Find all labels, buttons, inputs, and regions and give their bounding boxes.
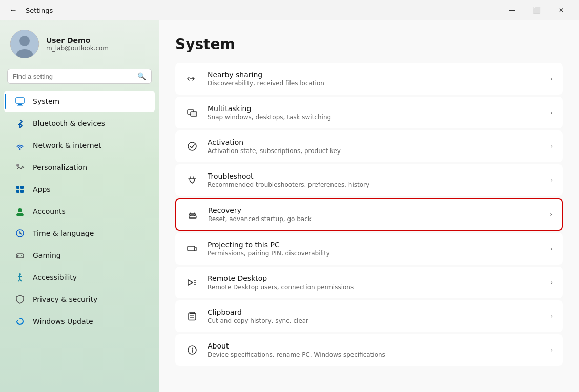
troubleshoot-desc: Recommended troubleshooters, preferences…	[208, 181, 542, 188]
about-icon	[185, 343, 199, 357]
gaming-icon	[14, 250, 26, 261]
close-button[interactable]: ✕	[549, 3, 573, 18]
sidebar-item-update[interactable]: Windows Update	[4, 311, 155, 332]
sidebar: User Demo m_lab@outlook.com 🔍 System Blu…	[0, 20, 159, 392]
window-title: Settings	[26, 7, 53, 14]
svg-point-13	[16, 213, 24, 216]
settings-item-projecting[interactable]: Projecting to this PC Permissions, pairi…	[175, 233, 563, 265]
settings-item-troubleshoot[interactable]: Troubleshoot Recommended troubleshooters…	[175, 164, 563, 196]
settings-item-recovery[interactable]: Recovery Reset, advanced startup, go bac…	[175, 198, 563, 231]
search-box[interactable]: 🔍	[7, 69, 152, 84]
svg-rect-30	[195, 248, 197, 250]
network-icon	[14, 140, 26, 151]
sidebar-item-gaming[interactable]: Gaming	[4, 245, 155, 266]
svg-point-19	[19, 273, 21, 275]
svg-rect-9	[20, 186, 24, 189]
svg-rect-5	[17, 105, 23, 106]
sidebar-item-network[interactable]: Network & internet	[4, 135, 155, 156]
svg-rect-10	[16, 190, 19, 193]
nearby-sharing-chevron: ›	[550, 75, 553, 82]
recovery-icon	[185, 207, 200, 222]
main-content: System Nearby sharing Discoverability, r…	[159, 20, 579, 392]
update-icon	[14, 316, 26, 327]
system-icon	[14, 96, 26, 107]
multitasking-desc: Snap windows, desktops, task switching	[208, 114, 542, 121]
svg-point-6	[19, 148, 21, 150]
maximize-button[interactable]: ⬜	[525, 3, 548, 18]
user-info: User Demo m_lab@outlook.com	[46, 36, 109, 52]
sidebar-item-privacy[interactable]: Privacy & security	[4, 289, 155, 310]
activation-icon	[185, 139, 199, 154]
sidebar-nav: System Bluetooth & devices Network & int…	[0, 90, 159, 333]
about-chevron: ›	[550, 346, 553, 354]
back-button[interactable]: ←	[6, 3, 20, 17]
troubleshoot-title: Troubleshoot	[208, 172, 542, 180]
recovery-title: Recovery	[208, 206, 542, 214]
svg-point-40	[192, 348, 193, 349]
accounts-icon	[14, 206, 26, 217]
recovery-chevron: ›	[550, 211, 552, 218]
accessibility-icon	[14, 272, 26, 283]
sidebar-item-label: Time & language	[33, 229, 94, 237]
sidebar-item-bluetooth[interactable]: Bluetooth & devices	[4, 113, 155, 134]
avatar	[10, 30, 39, 58]
bluetooth-icon	[14, 118, 26, 129]
clipboard-chevron: ›	[550, 313, 553, 320]
svg-point-18	[21, 255, 22, 256]
svg-marker-24	[17, 319, 19, 321]
time-icon	[14, 228, 26, 239]
sidebar-item-label: Windows Update	[33, 317, 93, 325]
svg-rect-35	[189, 313, 196, 320]
sidebar-item-label: Accounts	[33, 207, 66, 215]
projecting-title: Projecting to this PC	[208, 241, 542, 249]
troubleshoot-icon	[185, 173, 199, 187]
svg-rect-28	[189, 216, 196, 218]
remote-desktop-chevron: ›	[550, 279, 553, 286]
settings-item-activation[interactable]: Activation Activation state, subscriptio…	[175, 130, 563, 162]
page-title: System	[175, 36, 563, 53]
settings-item-nearby-sharing[interactable]: Nearby sharing Discoverability, received…	[175, 63, 563, 95]
projecting-icon	[185, 242, 199, 256]
window-controls: — ⬜ ✕	[500, 3, 573, 18]
multitasking-title: Multitasking	[208, 104, 542, 113]
svg-rect-4	[18, 104, 22, 105]
search-icon: 🔍	[137, 72, 146, 80]
settings-item-about[interactable]: About Device specifications, rename PC, …	[175, 334, 563, 366]
search-input[interactable]	[13, 73, 133, 80]
app-body: User Demo m_lab@outlook.com 🔍 System Blu…	[0, 20, 579, 392]
apps-icon	[14, 184, 26, 195]
user-profile[interactable]: User Demo m_lab@outlook.com	[0, 20, 159, 67]
sidebar-item-label: Bluetooth & devices	[33, 119, 105, 127]
svg-point-27	[188, 142, 196, 150]
user-email: m_lab@outlook.com	[46, 45, 109, 52]
sidebar-item-system[interactable]: System	[4, 91, 155, 112]
settings-item-clipboard[interactable]: Clipboard Cut and copy history, sync, cl…	[175, 300, 563, 332]
svg-rect-26	[191, 112, 197, 116]
about-title: About	[208, 342, 542, 350]
sidebar-item-personalization[interactable]: Personalization	[4, 157, 155, 178]
multitasking-chevron: ›	[550, 109, 553, 116]
about-desc: Device specifications, rename PC, Window…	[208, 351, 542, 358]
nearby-sharing-icon	[185, 72, 199, 86]
sidebar-item-apps[interactable]: Apps	[4, 179, 155, 200]
privacy-icon	[14, 294, 26, 305]
settings-item-remote-desktop[interactable]: Remote Desktop Remote Desktop users, con…	[175, 267, 563, 298]
svg-rect-29	[188, 246, 195, 251]
svg-point-7	[16, 164, 19, 167]
activation-chevron: ›	[550, 143, 553, 150]
troubleshoot-chevron: ›	[550, 177, 553, 184]
sidebar-item-accounts[interactable]: Accounts	[4, 201, 155, 222]
sidebar-item-accessibility[interactable]: Accessibility	[4, 267, 155, 288]
svg-rect-8	[16, 186, 19, 189]
title-bar: ← Settings — ⬜ ✕	[0, 0, 579, 20]
settings-item-multitasking[interactable]: Multitasking Snap windows, desktops, tas…	[175, 97, 563, 128]
activation-title: Activation	[208, 138, 542, 146]
sidebar-item-label: Privacy & security	[33, 295, 97, 303]
sidebar-item-time[interactable]: Time & language	[4, 223, 155, 244]
clipboard-title: Clipboard	[208, 308, 542, 316]
svg-rect-11	[20, 190, 24, 193]
minimize-button[interactable]: —	[500, 3, 524, 18]
sidebar-item-label: System	[33, 97, 59, 105]
svg-point-1	[19, 36, 30, 46]
svg-point-12	[18, 208, 22, 212]
